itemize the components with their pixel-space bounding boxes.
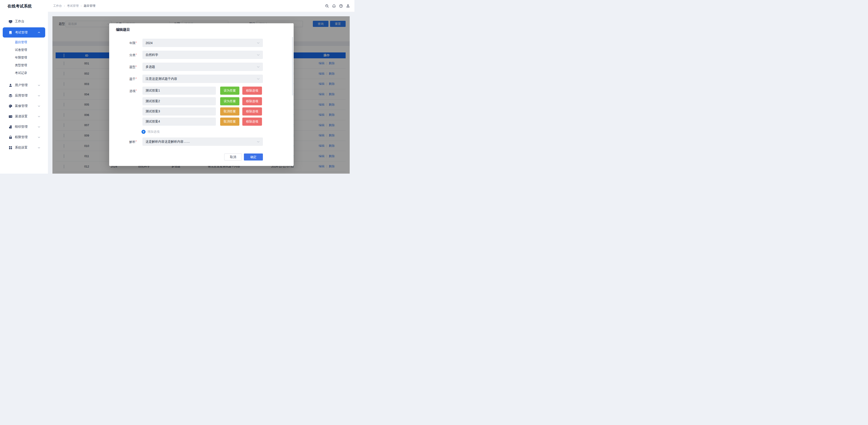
type-select[interactable]: 多选题 [143,63,263,71]
modal-scrollbar-thumb[interactable] [292,37,293,96]
topbar-icons [325,0,350,12]
user-avatar-icon[interactable] [346,4,350,8]
sidebar-item-label: 考试管理 [15,31,28,35]
option-input-1[interactable]: 测试答案1 [143,87,216,95]
field-label: 题干* [116,74,143,83]
remove-option-button[interactable]: 移除选项 [242,118,262,126]
form-row-type: 题型* 多选题 [116,63,287,71]
year-select[interactable]: 2024 [143,39,263,47]
chevron-down-icon [257,42,260,44]
option-input-2[interactable]: 测试答案2 [143,97,216,105]
form-row-category: 分类* 自然科学 [116,51,287,59]
sidebar-item-user-management[interactable]: 用户管理 [0,80,48,90]
lock-icon [8,135,12,139]
required-asterisk: * [135,41,137,44]
remove-option-button[interactable]: 移除选项 [242,108,262,116]
sidebar-item-system-settings[interactable]: 系统设置 [0,143,48,153]
analysis-select[interactable]: 这是解析内容这是解析内容…… [143,138,263,146]
option-row-1: 选项* 测试答案1 设为答案 移除选项 [116,87,287,95]
breadcrumb-workbench[interactable]: 工作台 [53,4,62,8]
help-icon[interactable] [339,4,343,8]
sidebar-item-label: 组织管理 [15,125,28,129]
sidebar: 在线考试系统 工作台 考试管理 题目管理 试卷管理 年限管理 类型管理 考试记录 [0,0,48,174]
chevron-down-icon [257,66,260,68]
form-row-analysis: 解析* 这是解析内容这是解析内容…… [116,138,287,146]
layers-icon [8,94,12,98]
sidebar-item-workbench[interactable]: 工作台 [0,17,48,26]
field-label: 选项* [116,87,143,95]
sidebar-item-permission-management[interactable]: 权限管理 [0,132,48,143]
plus-icon [142,130,146,134]
option-row-4: 测试答案4 取消答案 移除选项 [143,118,287,126]
sidebar-item-label: 权限管理 [15,135,28,139]
add-option-button[interactable]: 增加选项 [142,129,287,134]
exam-submenu: 题目管理 试卷管理 年限管理 类型管理 考试记录 [0,38,48,77]
breadcrumb-question-management: 题目管理 [84,4,95,8]
option-input-4[interactable]: 测试答案4 [143,118,216,126]
chevron-down-icon [38,126,40,128]
book-icon [8,31,12,34]
field-label: 年限* [116,39,143,47]
cancel-button[interactable]: 取消 [224,153,242,160]
set-answer-button[interactable]: 设为答案 [220,87,239,95]
modal-title: 编辑题目 [116,27,287,34]
sidebar-nav: 工作台 考试管理 题目管理 试卷管理 年限管理 类型管理 考试记录 用户管理 [0,17,48,153]
sidebar-subitem-exam-records[interactable]: 考试记录 [0,69,48,77]
sidebar-subitem-paper-management[interactable]: 试卷管理 [0,46,48,54]
chevron-down-icon [38,136,40,138]
sidebar-item-organization-management[interactable]: 组织管理 [0,122,48,132]
option-row-2: 测试答案2 设为答案 移除选项 [143,97,287,105]
chevron-down-icon [38,85,40,86]
app-logo: 在线考试系统 [0,0,48,12]
add-option-label: 增加选项 [147,130,160,134]
confirm-button[interactable]: 确定 [244,153,263,160]
sidebar-item-app-management[interactable]: 应用管理 [0,90,48,101]
chevron-up-icon [38,32,40,33]
sidebar-item-label: 工作台 [15,20,24,24]
chevron-down-icon [257,54,260,56]
breadcrumb-separator: › [64,4,65,7]
topbar: 工作台 › 考试管理 › 题目管理 [48,0,354,12]
cancel-answer-button[interactable]: 取消答案 [220,118,239,126]
search-icon[interactable] [325,4,329,8]
sidebar-item-channel-settings[interactable]: 渠道设置 [0,111,48,122]
sidebar-item-label: 渠道设置 [15,114,28,118]
field-label: 解析* [116,138,143,146]
category-select[interactable]: 自然科学 [143,51,263,59]
chevron-down-icon [38,105,40,107]
stem-select[interactable]: 注意这是测试题干内容 [143,74,263,83]
chevron-down-icon [257,141,260,143]
id-card-icon [8,115,12,118]
sidebar-subitem-question-management[interactable]: 题目管理 [0,38,48,46]
sidebar-item-exam-management[interactable]: 考试管理 [3,27,45,37]
palette-icon [8,104,12,108]
sidebar-groups: 用户管理 应用管理 装修管理 渠道设置 [0,80,48,153]
field-label: 题型* [116,63,143,71]
edit-question-modal: 编辑题目 年限* 2024 分类* 自然科学 题型* 多选题 [109,23,293,166]
chevron-down-icon [38,95,40,96]
main-content: 题型 请选择 分类 请选择 年限 请选择 题目 请输入 查询 重置 新增 删除 [48,12,354,174]
modal-footer: 取消 确定 [143,153,263,160]
breadcrumb-exam-management[interactable]: 考试管理 [67,4,79,8]
option-row-3: 测试答案3 取消答案 移除选项 [143,108,287,116]
remove-option-button[interactable]: 移除选项 [242,97,262,105]
grid-icon [8,146,12,150]
cancel-answer-button[interactable]: 取消答案 [220,108,239,116]
dashboard-monitor-icon [8,20,12,24]
field-label: 分类* [116,51,143,59]
required-asterisk: * [135,77,137,80]
sidebar-item-label: 应用管理 [15,94,28,98]
remove-option-button[interactable]: 移除选项 [242,87,262,95]
bell-icon[interactable] [332,4,336,8]
user-icon [8,84,12,87]
building-icon [8,125,12,129]
breadcrumb-separator: › [81,4,82,7]
set-answer-button[interactable]: 设为答案 [220,97,239,105]
sidebar-subitem-type-management[interactable]: 类型管理 [0,61,48,69]
sidebar-item-decoration-management[interactable]: 装修管理 [0,101,48,111]
sidebar-item-label: 装修管理 [15,104,28,108]
chevron-down-icon [257,78,260,80]
option-input-3[interactable]: 测试答案3 [143,108,216,116]
chevron-down-icon [38,147,40,149]
sidebar-subitem-year-management[interactable]: 年限管理 [0,54,48,61]
